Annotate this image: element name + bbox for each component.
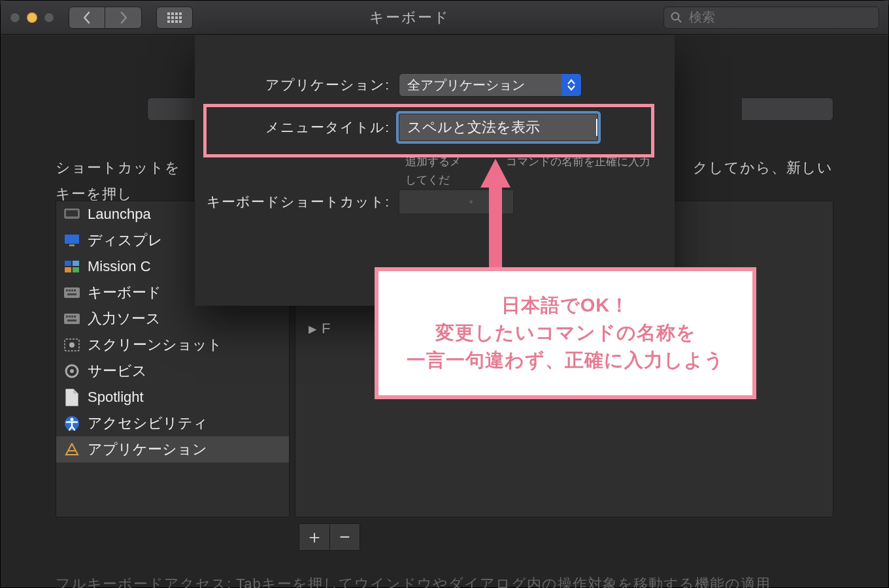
- sidebar-item-input-sources[interactable]: 入力ソース: [56, 306, 289, 332]
- svg-rect-23: [69, 289, 71, 291]
- text-cursor: [596, 119, 597, 136]
- sidebar-item-label: アプリケーション: [88, 440, 207, 459]
- menu-title-label: メニュータイトル:: [195, 118, 399, 137]
- popup-arrows-icon: [562, 74, 581, 96]
- sidebar-item-label: サービス: [88, 361, 147, 381]
- keyboard-icon: [64, 286, 80, 299]
- grid-icon: [167, 12, 182, 23]
- svg-rect-5: [171, 16, 174, 19]
- sidebar-item-label: 入力ソース: [88, 309, 161, 329]
- shortcut-label: キーボードショートカット:: [195, 193, 399, 211]
- traffic-lights: [10, 12, 54, 23]
- callout-line3: 一言一句違わず、正確に入力しよう: [407, 348, 724, 374]
- svg-rect-20: [73, 267, 79, 272]
- search-input[interactable]: [689, 10, 872, 25]
- svg-rect-28: [66, 316, 68, 318]
- plus-icon: ＋: [305, 525, 324, 549]
- svg-rect-17: [65, 261, 71, 266]
- svg-rect-29: [69, 316, 71, 318]
- svg-rect-16: [69, 244, 75, 246]
- instruction-line1: ショートカットを: [56, 159, 180, 176]
- launchpad-icon: [64, 208, 80, 221]
- svg-rect-18: [73, 261, 79, 266]
- nav-group: [69, 7, 142, 29]
- close-window-icon[interactable]: [10, 12, 20, 23]
- titlebar: キーボード: [1, 1, 888, 35]
- svg-rect-19: [65, 267, 71, 272]
- menu-title-input[interactable]: [399, 119, 595, 136]
- back-button[interactable]: [69, 7, 105, 29]
- keyboard-icon: [64, 312, 80, 325]
- disclosure-triangle-icon[interactable]: ▶: [309, 323, 316, 335]
- application-label: アプリケーション:: [195, 76, 399, 94]
- forward-button[interactable]: [105, 7, 142, 29]
- sidebar-item-services[interactable]: サービス: [56, 358, 289, 384]
- svg-rect-8: [167, 20, 170, 23]
- footer-text: フルキーボードアクセス: Tabキーを押してウインドウやダイアログ内の操作対象を…: [56, 574, 833, 588]
- svg-rect-0: [167, 12, 170, 15]
- svg-rect-3: [179, 12, 182, 15]
- search-icon: [671, 12, 682, 24]
- tabbar-fragment-right: [742, 97, 833, 121]
- svg-rect-1: [171, 12, 174, 15]
- svg-rect-15: [65, 235, 79, 244]
- svg-rect-7: [179, 16, 182, 19]
- sidebar-item-label: ディスプレ: [88, 231, 163, 250]
- minimize-window-icon[interactable]: [27, 12, 37, 23]
- svg-rect-30: [71, 316, 73, 318]
- svg-rect-24: [71, 289, 73, 291]
- list-row[interactable]: ▶ F: [309, 320, 330, 337]
- display-icon: [64, 234, 80, 247]
- sidebar-item-label: アクセシビリティ: [88, 414, 208, 433]
- chevron-right-icon: [119, 11, 128, 24]
- screenshot-icon: [64, 338, 80, 351]
- svg-rect-32: [67, 319, 76, 321]
- sidebar-item-screenshot[interactable]: スクリーンショット: [56, 332, 289, 358]
- application-popup[interactable]: 全アプリケーション: [399, 73, 582, 97]
- sidebar-item-accessibility[interactable]: アクセシビリティ: [56, 410, 289, 436]
- add-shortcut-sheet: アプリケーション: 全アプリケーション メニュータイトル: 追加するメ コマンド…: [195, 35, 675, 306]
- add-remove-group: ＋ −: [299, 523, 360, 551]
- callout-line2: 変更したいコマンドの名称を: [435, 320, 696, 346]
- svg-point-12: [672, 12, 679, 20]
- svg-rect-11: [179, 20, 182, 23]
- svg-rect-6: [175, 16, 178, 19]
- svg-rect-2: [175, 12, 178, 15]
- sidebar-item-spotlight[interactable]: Spotlight: [56, 384, 289, 410]
- svg-rect-21: [64, 287, 80, 298]
- show-all-button[interactable]: [156, 7, 193, 29]
- svg-rect-4: [167, 16, 170, 19]
- sidebar-item-label: スクリーンショット: [88, 335, 222, 355]
- svg-point-34: [69, 342, 75, 348]
- sidebar-item-label: Spotlight: [88, 389, 144, 406]
- document-icon: [64, 391, 80, 404]
- add-button[interactable]: ＋: [299, 524, 329, 550]
- zoom-window-icon[interactable]: [44, 12, 54, 23]
- svg-rect-31: [74, 316, 76, 318]
- menu-title-hint: 追加するメ コマンドの名前を正確に入力してくだ 。: [405, 153, 655, 208]
- mission-control-icon: [64, 260, 80, 273]
- callout-line1: 日本語でOK！: [501, 293, 630, 319]
- search-field[interactable]: [663, 7, 879, 29]
- sidebar-item-label: キーボード: [88, 283, 161, 302]
- sidebar-item-applications[interactable]: アプリケーション: [56, 436, 289, 463]
- accessibility-icon: [64, 417, 80, 430]
- chevron-left-icon: [82, 11, 92, 24]
- sidebar-item-label: Mission C: [88, 258, 151, 275]
- menu-title-field[interactable]: [399, 114, 598, 141]
- svg-rect-25: [74, 289, 76, 291]
- list-row-label: F: [322, 320, 330, 337]
- svg-point-36: [70, 369, 74, 373]
- preferences-window: キーボード ショートカットを クしてから、新しいキーを押し Launchpa: [0, 0, 889, 588]
- svg-rect-27: [64, 314, 80, 324]
- remove-button[interactable]: −: [329, 524, 360, 550]
- svg-rect-22: [66, 289, 68, 291]
- tabbar-fragment-left: [147, 97, 197, 121]
- annotation-callout: 日本語でOK！ 変更したいコマンドの名称を 一言一句違わず、正確に入力しよう: [375, 267, 756, 399]
- svg-rect-9: [171, 20, 174, 23]
- svg-rect-26: [67, 293, 76, 295]
- applications-icon: [64, 443, 80, 456]
- svg-point-38: [71, 418, 74, 421]
- window-title: キーボード: [369, 8, 450, 27]
- svg-rect-10: [175, 20, 178, 23]
